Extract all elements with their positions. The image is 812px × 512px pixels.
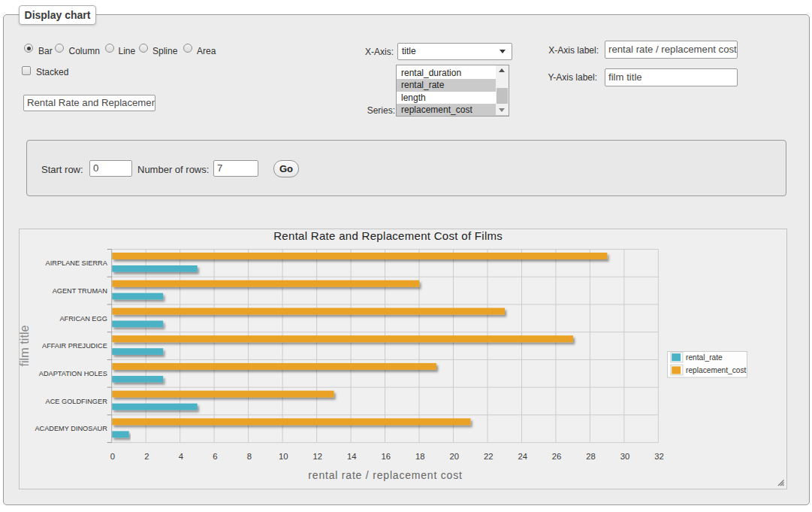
svg-text:18: 18 [415,452,425,461]
svg-text:ADAPTATION HOLES: ADAPTATION HOLES [39,370,107,377]
svg-text:Rental Rate and Replacement Co: Rental Rate and Replacement Cost of Film… [273,229,503,242]
svg-text:AFFAIR PREJUDICE: AFFAIR PREJUDICE [42,342,107,350]
svg-text:0: 0 [110,452,115,461]
svg-text:14: 14 [347,452,357,461]
svg-text:film title: film title [20,325,31,366]
svg-text:32: 32 [654,452,664,461]
svg-text:AFRICAN EGG: AFRICAN EGG [59,315,107,323]
svg-text:22: 22 [484,452,494,461]
svg-text:20: 20 [449,452,459,461]
svg-text:6: 6 [213,452,217,461]
svg-text:26: 26 [552,452,562,461]
svg-text:ACADEMY DINOSAUR: ACADEMY DINOSAUR [35,425,107,432]
svg-text:8: 8 [247,452,252,461]
svg-text:replacement_cost: replacement_cost [686,366,747,374]
svg-text:4: 4 [179,452,183,461]
svg-text:28: 28 [586,452,596,461]
svg-text:2: 2 [144,452,149,461]
svg-text:AIRPLANE SIERRA: AIRPLANE SIERRA [46,259,108,267]
svg-text:12: 12 [313,452,323,461]
svg-text:rental rate / replacement cost: rental rate / replacement cost [308,469,462,481]
svg-text:30: 30 [620,452,630,461]
svg-text:16: 16 [381,452,391,461]
svg-text:10: 10 [279,452,288,461]
svg-text:AGENT TRUMAN: AGENT TRUMAN [53,287,107,295]
svg-text:ACE GOLDFINGER: ACE GOLDFINGER [46,398,108,405]
svg-text:rental_rate: rental_rate [686,353,723,362]
svg-text:24: 24 [518,452,527,461]
